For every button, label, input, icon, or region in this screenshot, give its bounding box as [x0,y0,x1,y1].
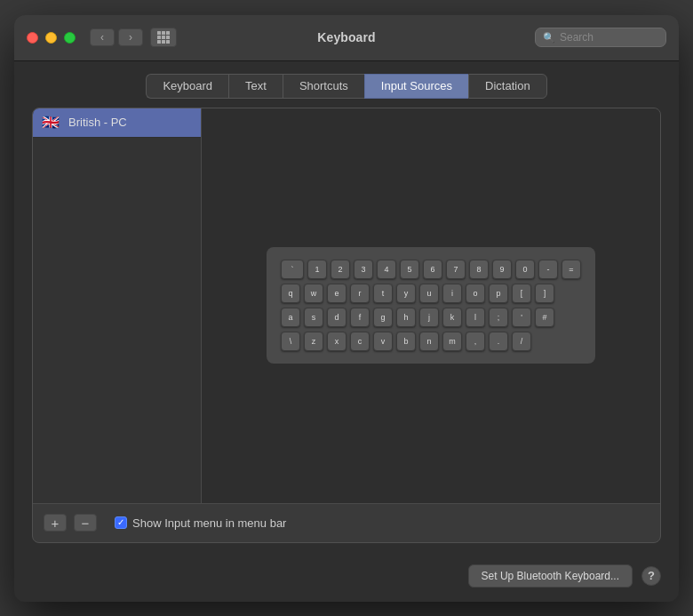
tab-input-sources[interactable]: Input Sources [364,74,468,99]
list-item[interactable]: 🇬🇧 British - PC [33,108,201,138]
tab-keyboard[interactable]: Keyboard [146,74,228,99]
grid-view-button[interactable] [150,28,177,47]
key-j: j [419,308,439,327]
key-n: n [419,332,439,351]
key-e: e [327,284,346,303]
nav-buttons: ‹ › [90,28,143,46]
search-box[interactable]: 🔍 [535,28,666,47]
tab-dictation[interactable]: Dictation [468,74,547,99]
keyboard-row-4: \ z x c v b n m , . / [281,332,581,351]
key-semicolon: ; [489,308,508,327]
keyboard-row-1: ` 1 2 3 4 5 6 7 8 9 0 - = [281,260,581,279]
maximize-button[interactable] [64,32,76,44]
main-panel: 🇬🇧 British - PC ` 1 2 3 4 [32,108,661,543]
key-a: a [281,308,300,327]
key-r: r [350,284,370,303]
key-equals: = [562,260,581,279]
key-backslash: \ [281,332,300,351]
key-3: 3 [354,260,373,279]
key-backtick: ` [281,260,304,279]
key-m: m [442,332,462,351]
key-c: c [350,332,370,351]
key-4: 4 [377,260,396,279]
key-i: i [442,284,462,303]
key-0: 0 [515,260,535,279]
key-quote: ' [512,308,531,327]
remove-input-source-button[interactable]: − [74,514,97,532]
minimize-button[interactable] [45,32,57,44]
titlebar: ‹ › Keyboard 🔍 [14,15,679,61]
tab-shortcuts[interactable]: Shortcuts [283,74,364,99]
key-f: f [350,308,370,327]
tab-text[interactable]: Text [228,74,283,99]
key-y: y [396,284,416,303]
key-p: p [489,284,508,303]
checkmark-icon: ✓ [117,518,124,527]
grid-icon [157,31,170,44]
search-input[interactable] [560,31,658,44]
input-sources-list: 🇬🇧 British - PC [33,108,202,503]
help-button[interactable]: ? [641,566,661,586]
key-l: l [466,308,485,327]
keyboard-row-3: a s d f g h j k l ; ' # [281,308,581,327]
key-2: 2 [331,260,350,279]
key-6: 6 [423,260,442,279]
key-1: 1 [307,260,327,279]
key-5: 5 [400,260,419,279]
panel-bottom-bar: + − ✓ Show Input menu in menu bar [33,503,660,542]
key-w: w [304,284,323,303]
key-x: x [327,332,346,351]
tabs-row: Keyboard Text Shortcuts Input Sources Di… [14,61,679,108]
key-k: k [442,308,462,327]
flag-icon: 🇬🇧 [42,116,61,130]
keyboard-row-2: q w e r t y u i o p [ ] [281,284,581,303]
key-period: . [489,332,508,351]
keyboard-window: ‹ › Keyboard 🔍 Keyboard Text Shortcuts I… [14,15,679,602]
key-comma: , [466,332,485,351]
forward-button[interactable]: › [118,28,143,46]
key-7: 7 [446,260,466,279]
key-slash: / [512,332,531,351]
key-h: h [396,308,416,327]
key-s: s [304,308,323,327]
key-v: v [373,332,393,351]
add-input-source-button[interactable]: + [44,514,67,532]
key-z: z [304,332,323,351]
checkbox-row: ✓ Show Input menu in menu bar [115,516,286,530]
key-d: d [327,308,346,327]
panel-inner: 🇬🇧 British - PC ` 1 2 3 4 [33,108,660,503]
key-lbracket: [ [512,284,531,303]
show-input-menu-checkbox[interactable]: ✓ [115,516,127,529]
key-t: t [373,284,393,303]
key-rbracket: ] [535,284,554,303]
back-button[interactable]: ‹ [90,28,115,46]
key-minus: - [538,260,558,279]
key-b: b [396,332,416,351]
search-icon: 🔍 [543,32,555,44]
close-button[interactable] [27,32,38,44]
content-area: 🇬🇧 British - PC ` 1 2 3 4 [14,108,679,556]
keyboard-visual: ` 1 2 3 4 5 6 7 8 9 0 - = [267,247,595,364]
key-q: q [281,284,300,303]
traffic-lights [27,32,76,44]
key-hash: # [535,308,554,327]
key-u: u [419,284,439,303]
show-input-menu-label: Show Input menu in menu bar [132,516,286,530]
input-source-label: British - PC [68,116,127,129]
key-o: o [466,284,485,303]
footer: Set Up Bluetooth Keyboard... ? [14,556,679,602]
key-8: 8 [469,260,489,279]
window-title: Keyboard [317,30,375,44]
keyboard-preview: ` 1 2 3 4 5 6 7 8 9 0 - = [202,108,660,503]
key-9: 9 [492,260,512,279]
key-g: g [373,308,393,327]
bluetooth-keyboard-button[interactable]: Set Up Bluetooth Keyboard... [468,564,633,588]
